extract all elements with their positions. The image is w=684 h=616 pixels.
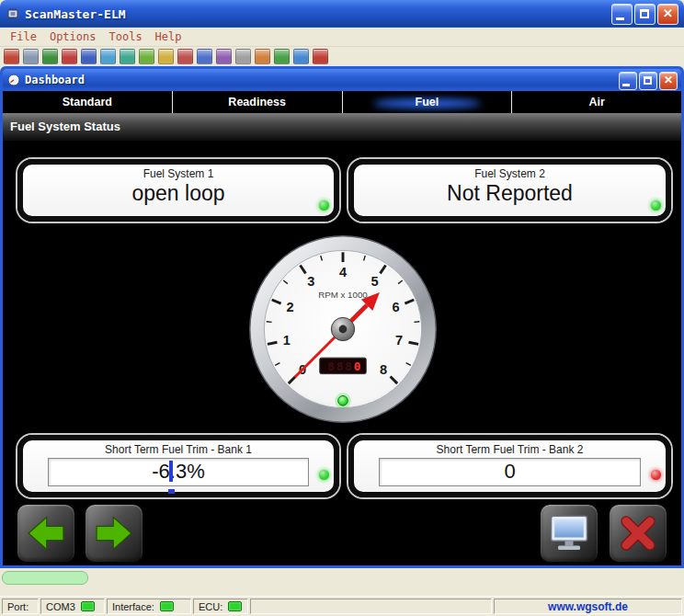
dashboard-window: Dashboard ✕ Standard Readiness Fuel Air … bbox=[0, 66, 684, 568]
bottom-strip bbox=[0, 568, 684, 596]
toolbar-icon-4[interactable] bbox=[62, 49, 77, 64]
toolbar-icon-14[interactable] bbox=[255, 49, 270, 64]
progress-indicator bbox=[2, 571, 88, 585]
website-panel: www.wgsoft.de bbox=[494, 599, 682, 614]
dashboard-maximize-button[interactable] bbox=[639, 72, 657, 90]
svg-text:3: 3 bbox=[307, 274, 314, 289]
lcd-value: 0 bbox=[354, 359, 363, 373]
app-window: ScanMaster-ELM ✕ File Options Tools Help… bbox=[0, 0, 684, 616]
arrow-right-icon bbox=[91, 510, 137, 556]
gauge-unit-label: RPM x 1000 bbox=[318, 290, 368, 300]
toolbar-icon-8[interactable] bbox=[139, 49, 154, 64]
panel-title: Fuel System 2 bbox=[354, 167, 666, 180]
gauge-icon bbox=[7, 74, 20, 86]
tab-bar: Standard Readiness Fuel Air bbox=[3, 91, 681, 113]
status-indicator bbox=[319, 200, 329, 211]
dashboard-minimize-button[interactable] bbox=[619, 72, 637, 90]
toolbar-icon-11[interactable] bbox=[197, 49, 212, 64]
toolbar-icon-12[interactable] bbox=[216, 49, 232, 64]
toolbar-icon-2[interactable] bbox=[23, 49, 39, 64]
panel-value: open loop bbox=[23, 181, 334, 205]
section-title: Fuel System Status bbox=[3, 113, 681, 141]
maximize-button[interactable] bbox=[634, 4, 656, 25]
next-page-button[interactable] bbox=[84, 503, 144, 564]
arrow-left-icon bbox=[23, 510, 69, 556]
panel-title: Fuel System 1 bbox=[23, 167, 334, 180]
minimize-icon bbox=[622, 84, 630, 86]
toolbar-icon-13[interactable] bbox=[235, 49, 251, 64]
tab-readiness[interactable]: Readiness bbox=[173, 91, 343, 113]
close-button[interactable]: ✕ bbox=[657, 4, 678, 25]
toolbar-icon-6[interactable] bbox=[100, 49, 116, 64]
menu-item-help[interactable]: Help bbox=[149, 29, 188, 45]
svg-text:1: 1 bbox=[283, 333, 291, 348]
toolbar-icon-3[interactable] bbox=[42, 49, 58, 64]
value-field[interactable]: 0 bbox=[379, 458, 641, 486]
dashboard-close-button[interactable]: ✕ bbox=[659, 72, 678, 90]
status-indicator bbox=[651, 470, 661, 480]
interface-led bbox=[160, 601, 174, 611]
fullscreen-button[interactable] bbox=[539, 503, 599, 564]
fuel-system-2-panel: Fuel System 2 Not Reported bbox=[348, 159, 671, 222]
dashboard-content: Standard Readiness Fuel Air Fuel System … bbox=[3, 91, 681, 565]
title-bar: ScanMaster-ELM ✕ bbox=[0, 0, 684, 28]
ecu-led bbox=[228, 601, 242, 611]
tab-standard[interactable]: Standard bbox=[3, 91, 173, 113]
app-title: ScanMaster-ELM bbox=[25, 7, 126, 21]
svg-text:8: 8 bbox=[380, 362, 387, 377]
fuel-trim-bank1-panel: Short Term Fuel Trim - Bank 1 -6.3% bbox=[17, 435, 339, 497]
menu-bar: File Options Tools Help bbox=[0, 28, 684, 47]
gauge-status-led bbox=[338, 395, 348, 405]
text-cursor bbox=[169, 461, 173, 482]
minimize-button[interactable] bbox=[611, 4, 633, 25]
website-link[interactable]: www.wgsoft.de bbox=[548, 600, 628, 613]
previous-page-button[interactable] bbox=[16, 503, 76, 564]
statusbar-filler bbox=[250, 599, 492, 614]
toolbar-icon-10[interactable] bbox=[177, 49, 193, 64]
toolbar-icon-17[interactable] bbox=[313, 49, 328, 64]
menu-item-options[interactable]: Options bbox=[43, 29, 103, 45]
port-value-panel: COM3 bbox=[40, 599, 105, 614]
toolbar-icon-1[interactable] bbox=[4, 49, 19, 64]
maximize-icon bbox=[644, 76, 652, 85]
close-icon: ✕ bbox=[660, 73, 677, 89]
panel-value: 0 bbox=[380, 459, 640, 485]
maximize-icon bbox=[640, 9, 649, 18]
close-icon: ✕ bbox=[658, 5, 678, 24]
panel-title: Short Term Fuel Trim - Bank 2 bbox=[354, 443, 666, 456]
text-cursor-mark bbox=[168, 489, 175, 494]
dashboard-title-bar: Dashboard ✕ bbox=[3, 69, 681, 91]
fuel-system-1-panel: Fuel System 1 open loop bbox=[17, 159, 339, 222]
panel-value: -6.3% bbox=[49, 459, 308, 485]
panel-title: Short Term Fuel Trim - Bank 1 bbox=[23, 443, 334, 456]
tab-air[interactable]: Air bbox=[512, 91, 681, 113]
menu-item-file[interactable]: File bbox=[4, 29, 43, 45]
toolbar-icon-7[interactable] bbox=[120, 49, 135, 64]
menu-item-tools[interactable]: Tools bbox=[102, 29, 148, 45]
fuel-trim-bank2-panel: Short Term Fuel Trim - Bank 2 0 bbox=[348, 435, 671, 497]
toolbar-icon-15[interactable] bbox=[274, 49, 290, 64]
svg-text:5: 5 bbox=[371, 274, 379, 289]
svg-text:2: 2 bbox=[286, 300, 293, 314]
status-bar: Port: COM3 Interface: ECU: www.wgsoft.de bbox=[0, 596, 684, 616]
panel-value: Not Reported bbox=[354, 181, 666, 205]
toolbar-icon-16[interactable] bbox=[293, 49, 309, 64]
exit-dashboard-button[interactable] bbox=[608, 503, 668, 564]
svg-text:7: 7 bbox=[395, 333, 403, 348]
minimize-icon bbox=[616, 17, 624, 20]
monitor-icon bbox=[547, 513, 591, 553]
svg-text:4: 4 bbox=[339, 265, 348, 279]
toolbar-icon-9[interactable] bbox=[158, 49, 174, 64]
svg-text:6: 6 bbox=[392, 300, 399, 314]
value-field[interactable]: -6.3% bbox=[48, 458, 309, 486]
port-label-panel: Port: bbox=[2, 599, 39, 614]
toolbar-icon-5[interactable] bbox=[81, 49, 97, 64]
interface-panel: Interface: bbox=[107, 599, 191, 614]
port-led bbox=[81, 601, 95, 611]
status-indicator bbox=[319, 470, 329, 480]
port-label: Port: bbox=[7, 601, 28, 612]
ecu-panel: ECU: bbox=[193, 599, 248, 614]
tab-fuel[interactable]: Fuel bbox=[343, 91, 513, 113]
port-value: COM3 bbox=[46, 601, 75, 612]
rpm-gauge: 012345678 RPM x 1000 8888 0 bbox=[245, 231, 441, 428]
